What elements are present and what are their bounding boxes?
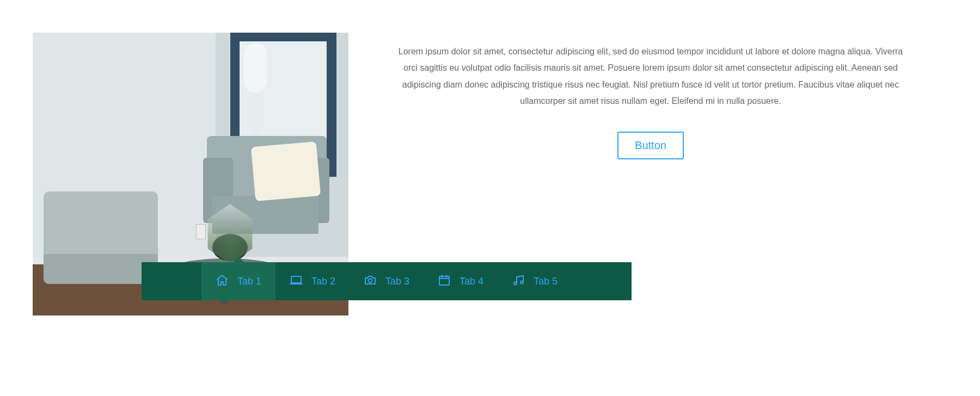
- image-ottoman: [44, 191, 158, 284]
- calendar-icon: [438, 274, 451, 289]
- tab-label: Tab 4: [460, 276, 483, 287]
- tabs-bar: Tab 1 Tab 2 Tab 3 Tab 4 Tab 5: [142, 262, 632, 300]
- camera-icon: [364, 274, 377, 289]
- description-text: Lorem ipsum dolor sit amet, consectetur …: [397, 44, 904, 110]
- tab-label: Tab 1: [237, 276, 261, 287]
- image-pillow: [251, 141, 321, 201]
- image-outlet: [196, 224, 206, 239]
- tab-4[interactable]: Tab 4: [424, 262, 498, 300]
- tab-2[interactable]: Tab 2: [275, 262, 350, 300]
- svg-rect-2: [439, 276, 449, 285]
- laptop-icon: [290, 274, 303, 289]
- svg-point-4: [520, 281, 523, 283]
- tab-label: Tab 5: [534, 276, 558, 287]
- tab-3[interactable]: Tab 3: [350, 262, 424, 300]
- music-icon: [512, 274, 525, 289]
- svg-rect-0: [291, 276, 301, 283]
- tab-1[interactable]: Tab 1: [201, 262, 275, 300]
- cta-button[interactable]: Button: [617, 132, 684, 159]
- tab-label: Tab 2: [311, 276, 335, 287]
- image-lamp-head: [244, 44, 267, 92]
- svg-point-1: [368, 279, 372, 282]
- tab-5[interactable]: Tab 5: [498, 262, 572, 300]
- tab-label: Tab 3: [385, 276, 409, 287]
- svg-point-3: [514, 282, 517, 284]
- home-icon: [216, 274, 229, 289]
